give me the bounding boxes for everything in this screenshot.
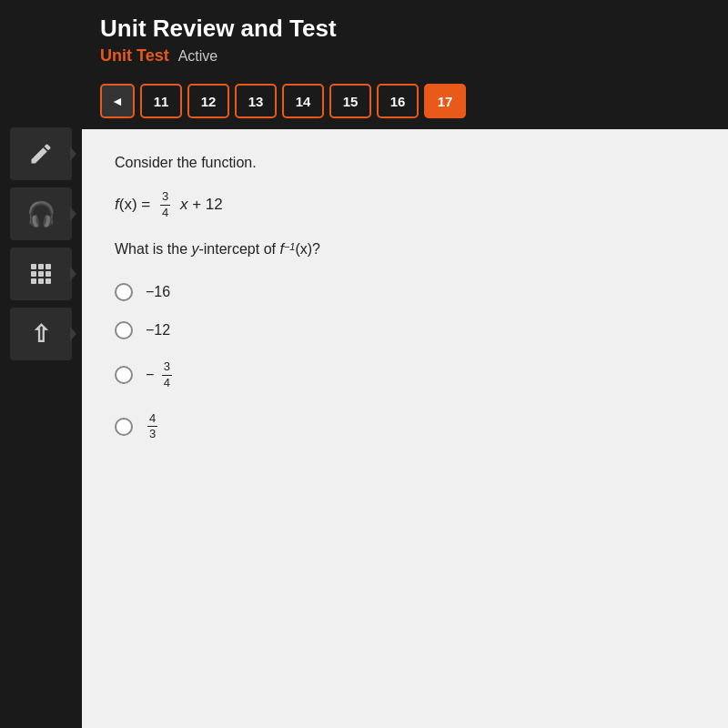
choice-d[interactable]: 4 3 bbox=[115, 411, 695, 443]
neg-fraction-c: − 3 4 bbox=[146, 359, 174, 391]
function-fraction: 3 4 bbox=[160, 189, 170, 221]
nav-back-button[interactable]: ◄ bbox=[100, 84, 135, 118]
page-title: Unit Review and Test bbox=[100, 15, 710, 43]
choice-a-label: −16 bbox=[146, 284, 170, 300]
choice-b[interactable]: −12 bbox=[115, 321, 695, 339]
breadcrumb: Unit Test Active bbox=[100, 46, 710, 66]
sidebar-item-pencil[interactable] bbox=[10, 127, 72, 180]
radio-d[interactable] bbox=[115, 418, 133, 436]
question-intro: Consider the function. bbox=[115, 155, 695, 171]
fraction-c: 3 4 bbox=[162, 359, 172, 391]
frac-d-num: 4 bbox=[147, 411, 157, 428]
nav-button-11[interactable]: 11 bbox=[140, 84, 182, 118]
radio-b[interactable] bbox=[115, 321, 133, 339]
nav-button-17[interactable]: 17 bbox=[424, 84, 466, 118]
nav-bar: ◄ 11 12 13 14 15 16 17 bbox=[82, 84, 728, 129]
headphones-icon: 🎧 bbox=[26, 200, 56, 228]
answer-choices: −16 −12 − 3 4 bbox=[115, 283, 695, 443]
inverse-function-label: f−1 bbox=[279, 241, 295, 258]
nav-button-14[interactable]: 14 bbox=[282, 84, 324, 118]
function-display: f(x) = 3 4 x + 12 bbox=[115, 189, 695, 221]
choice-c-label: − 3 4 bbox=[146, 359, 174, 391]
nav-button-15[interactable]: 15 bbox=[329, 84, 371, 118]
fraction-numerator: 3 bbox=[160, 189, 170, 206]
frac-d-den: 3 bbox=[147, 427, 157, 442]
function-label: f(x) = bbox=[115, 196, 155, 214]
content-area: Unit Review and Test Unit Test Active ◄ … bbox=[82, 0, 728, 728]
question-sub-text: What is the y-intercept of f−1(x)? bbox=[115, 241, 695, 258]
arrow-up-icon: ⇧ bbox=[31, 320, 51, 349]
frac-c-num: 3 bbox=[162, 359, 172, 376]
choice-b-label: −12 bbox=[146, 322, 170, 339]
choice-a[interactable]: −16 bbox=[115, 283, 695, 301]
fraction-denominator: 4 bbox=[160, 206, 170, 221]
calculator-icon bbox=[31, 264, 51, 284]
nav-button-16[interactable]: 16 bbox=[377, 84, 419, 118]
choice-c[interactable]: − 3 4 bbox=[115, 359, 695, 391]
breadcrumb-unit-test[interactable]: Unit Test bbox=[100, 46, 169, 66]
header: Unit Review and Test Unit Test Active bbox=[82, 0, 728, 84]
fraction-d: 4 3 bbox=[147, 411, 157, 443]
pencil-icon bbox=[28, 141, 54, 167]
radio-a[interactable] bbox=[115, 283, 133, 301]
radio-c[interactable] bbox=[115, 366, 133, 384]
breadcrumb-status: Active bbox=[178, 48, 218, 65]
sidebar: 🎧 ⇧ bbox=[0, 0, 82, 728]
function-suffix: x + 12 bbox=[176, 196, 223, 214]
question-panel: Consider the function. f(x) = 3 4 x + 12… bbox=[82, 129, 728, 728]
back-arrow-icon: ◄ bbox=[111, 94, 124, 108]
sidebar-item-calculator[interactable] bbox=[10, 248, 72, 300]
sidebar-item-headphones[interactable]: 🎧 bbox=[10, 187, 72, 240]
nav-button-12[interactable]: 12 bbox=[187, 84, 229, 118]
sidebar-item-arrow-up[interactable]: ⇧ bbox=[10, 308, 72, 360]
frac-c-den: 4 bbox=[162, 376, 172, 391]
choice-d-label: 4 3 bbox=[146, 411, 159, 443]
nav-button-13[interactable]: 13 bbox=[235, 84, 277, 118]
